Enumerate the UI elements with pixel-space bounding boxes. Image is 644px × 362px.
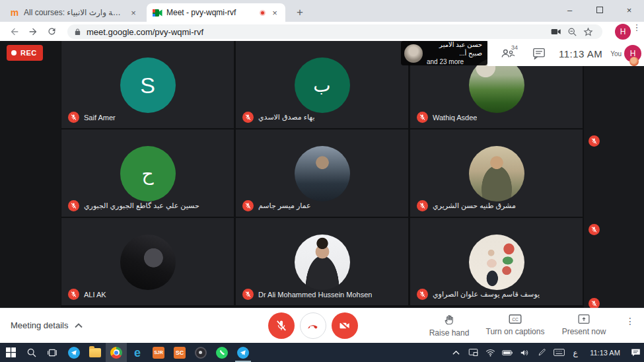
participant-tile[interactable]: يوسف قاسم يوسف علوان الصراوي xyxy=(410,218,583,305)
browser-menu-button[interactable]: ⋮ xyxy=(632,26,641,38)
participant-name: حسين علي عبد گاطع الجبوري الجبوري xyxy=(84,201,199,210)
participant-name: عمار ميسر جاسم xyxy=(258,201,310,210)
participant-tile[interactable]: ALI AK xyxy=(61,218,234,305)
participant-tile[interactable]: ب بهاء مصدق الاسدي xyxy=(236,41,408,128)
maximize-icon xyxy=(596,7,603,13)
more-participants-label: and 23 more xyxy=(427,57,482,66)
participant-name: يوسف قاسم يوسف علوان الصراوي xyxy=(433,290,540,299)
touch-keyboard-icon[interactable] xyxy=(550,343,567,362)
raise-hand-button[interactable]: Raise hand xyxy=(419,314,480,338)
tray-chevron-up-icon[interactable] xyxy=(447,343,464,362)
tab-meet[interactable]: Meet - pvy-wqmi-rvf × xyxy=(147,3,285,22)
battery-icon[interactable] xyxy=(499,343,516,362)
browser-tab-strip: m All courses: جامعة وارث الانبياء × Mee… xyxy=(0,0,644,22)
edge-icon[interactable]: e xyxy=(127,343,148,362)
meeting-clock: 11:13 AM xyxy=(559,48,602,59)
forward-button[interactable] xyxy=(24,24,42,40)
telegram-running-icon[interactable] xyxy=(233,343,254,362)
chevron-up-icon xyxy=(75,323,83,328)
close-tab-icon[interactable]: × xyxy=(269,7,280,18)
window-close-button[interactable]: × xyxy=(614,0,644,20)
url-text: meet.google.com/pvy-wqmi-rvf xyxy=(87,27,548,37)
participant-tile[interactable]: ح حسين علي عبد گاطع الجبوري الجبوري xyxy=(61,129,234,217)
stage-right-gutter xyxy=(584,41,644,308)
action-center-icon[interactable] xyxy=(627,343,644,362)
mute-microphone-button[interactable] xyxy=(268,312,295,339)
participant-tile[interactable]: مشرق طنيه حسن الشريري xyxy=(410,129,583,217)
mic-muted-icon xyxy=(242,200,254,211)
mic-muted-icon xyxy=(68,200,79,211)
participant-name: مشرق طنيه حسن الشريري xyxy=(433,201,516,210)
windows-ink-pen-icon[interactable] xyxy=(533,343,550,362)
chrome-icon[interactable] xyxy=(106,343,127,362)
stage-left-gutter xyxy=(0,41,61,308)
participant-letter-avatar: ح xyxy=(120,146,176,201)
meet-top-bar: 34 11:13 AM You H xyxy=(487,41,644,66)
more-options-button[interactable]: ⋮ xyxy=(626,319,635,323)
new-tab-button[interactable]: + xyxy=(293,6,306,19)
mic-muted-icon xyxy=(68,289,79,300)
whatsapp-icon[interactable] xyxy=(211,343,233,362)
recorder-app-icon[interactable] xyxy=(190,343,211,362)
wifi-icon[interactable] xyxy=(482,343,499,362)
sc-app-icon[interactable]: SC xyxy=(169,343,190,362)
windows-taskbar: e SJR SC xyxy=(0,343,644,362)
recording-dot-icon xyxy=(11,50,17,55)
mic-muted-icon xyxy=(417,289,428,300)
file-explorer-icon[interactable] xyxy=(85,343,106,362)
meet-stage: S Saif Amer ب بهاء مصدق الاسدي Wathiq As… xyxy=(0,41,644,308)
camera-in-use-icon[interactable] xyxy=(548,25,564,38)
browser-profile-avatar[interactable]: H xyxy=(615,24,631,40)
participant-name: ALI AK xyxy=(84,291,106,299)
participant-tile[interactable]: عمار ميسر جاسم xyxy=(236,129,408,217)
telegram-icon[interactable] xyxy=(63,343,85,362)
participants-button[interactable]: 34 xyxy=(497,46,519,61)
reload-button[interactable] xyxy=(42,24,61,40)
language-indicator[interactable]: ع xyxy=(567,348,583,357)
window-minimize-button[interactable]: – xyxy=(555,0,585,20)
sjr-app-icon[interactable]: SJR xyxy=(148,343,169,362)
tab-recording-indicator-icon xyxy=(260,10,266,16)
task-view-icon[interactable] xyxy=(42,343,63,362)
volume-icon[interactable] xyxy=(516,343,533,362)
present-now-button[interactable]: Present now xyxy=(551,314,617,336)
start-button[interactable] xyxy=(0,343,21,362)
participant-name: Saif Amer xyxy=(84,114,116,122)
captions-button[interactable]: CC Turn on captions xyxy=(474,314,556,336)
partial-tile-mic-muted-icon xyxy=(589,135,600,147)
participant-photo-avatar xyxy=(295,235,350,290)
participant-name: بهاء مصدق الاسدي xyxy=(258,113,314,122)
back-button[interactable] xyxy=(5,24,24,40)
cast-display-icon[interactable] xyxy=(464,343,482,362)
moodle-favicon-icon: m xyxy=(9,7,20,18)
mic-muted-icon xyxy=(68,112,79,123)
tab-moodle[interactable]: m All courses: جامعة وارث الانبياء × xyxy=(5,3,143,22)
close-tab-icon[interactable]: × xyxy=(128,7,139,18)
chat-button[interactable] xyxy=(531,46,547,61)
desktop: m All courses: جامعة وارث الانبياء × Mee… xyxy=(0,0,644,362)
taskbar-search-icon[interactable] xyxy=(21,343,42,362)
window-maximize-button[interactable] xyxy=(585,0,614,20)
participant-photo-avatar xyxy=(469,235,524,290)
camera-off-button[interactable] xyxy=(332,312,358,339)
participant-letter-avatar: S xyxy=(120,57,176,113)
partial-tile-mic-muted-icon xyxy=(589,224,600,235)
present-screen-icon xyxy=(578,314,590,324)
speaker-name: حسن عبد الامير صبيح أ... xyxy=(427,40,482,57)
participant-photo-avatar xyxy=(120,235,176,290)
current-speaker-pill[interactable]: حسن عبد الامير صبيح أ... and 23 more xyxy=(401,41,487,65)
meeting-details-button[interactable]: Meeting details xyxy=(11,320,83,330)
you-label: You xyxy=(610,50,622,57)
bookmark-star-icon[interactable] xyxy=(580,25,596,38)
address-bar[interactable]: meet.google.com/pvy-wqmi-rvf xyxy=(67,24,602,39)
taskbar-clock[interactable]: 11:13 AM xyxy=(583,349,627,357)
participant-tile[interactable]: Dr Ali Mohammed Hussein Mohsen xyxy=(236,218,408,305)
zoom-icon[interactable] xyxy=(564,25,580,38)
lock-icon xyxy=(74,28,81,36)
leave-call-button[interactable] xyxy=(300,312,326,339)
mic-muted-icon xyxy=(242,112,254,123)
participant-name: Wathiq Asdee xyxy=(433,114,477,122)
participant-tile[interactable]: S Saif Amer xyxy=(61,41,234,128)
svg-text:CC: CC xyxy=(512,317,519,322)
mic-muted-icon xyxy=(242,289,254,300)
